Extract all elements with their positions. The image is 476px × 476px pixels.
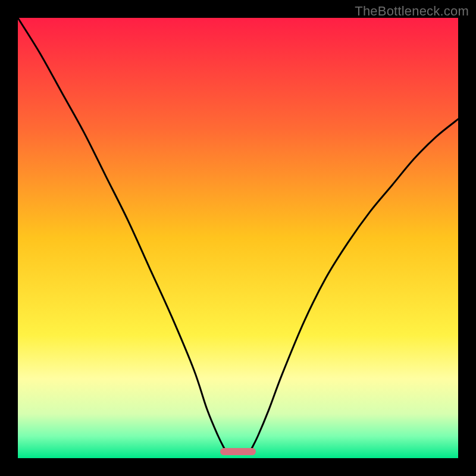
right-curve-path xyxy=(251,119,458,449)
plot-area xyxy=(18,18,458,458)
watermark-text: TheBottleneck.com xyxy=(355,4,469,19)
chart-frame: TheBottleneck.com xyxy=(0,0,476,476)
left-curve-path xyxy=(18,18,225,449)
bottleneck-marker xyxy=(220,448,255,455)
curves-layer xyxy=(18,18,458,458)
